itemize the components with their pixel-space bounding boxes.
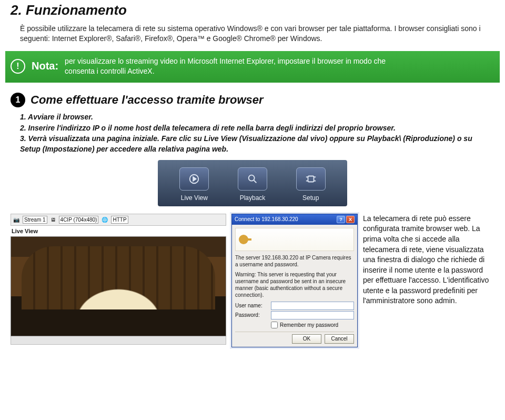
play-icon <box>179 167 209 191</box>
monitor-icon: 🖥 <box>50 216 56 224</box>
resolution-select[interactable]: 4CIP (704x480) <box>59 216 99 224</box>
remember-label: Remember my password <box>280 322 338 329</box>
tab-live-view[interactable]: Live View <box>169 167 219 202</box>
step-number-badge: 1 <box>11 93 25 107</box>
password-label: Password: <box>235 312 271 319</box>
step-1-heading: 1 Come effettuare l'accesso tramite brow… <box>11 92 494 108</box>
list-item: 2. Inserire l'indirizzo IP o il nome hos… <box>20 123 494 133</box>
username-label: User name: <box>235 302 271 309</box>
tab-label: Setup <box>286 194 336 202</box>
tab-playback[interactable]: Playback <box>227 167 278 202</box>
list-item: 1. Avviare il browser. <box>20 112 494 122</box>
dialog-warning-text: Warning: This server is requesting that … <box>235 271 354 298</box>
note-label: Nota: <box>32 59 58 73</box>
key-icon <box>239 235 248 244</box>
dialog-server-text: The server 192.168.30.220 at IP Camera r… <box>235 254 354 268</box>
live-view-controls[interactable] <box>11 336 226 345</box>
cancel-button[interactable]: Cancel <box>325 334 354 344</box>
gear-icon <box>296 167 326 191</box>
network-icon: 🌐 <box>102 216 108 224</box>
list-item: 3. Verrà visualizzata una pagina inizial… <box>20 133 494 155</box>
camera-icon: 📷 <box>13 216 19 224</box>
remember-checkbox[interactable] <box>271 322 278 328</box>
live-view-panel: 📷 Stream 1 🖥 4CIP (704x480) 🌐 HTTP Live … <box>11 214 226 345</box>
tab-label: Live View <box>169 194 219 202</box>
dialog-title-text: Connect to 192.168.30.220 <box>235 216 298 223</box>
search-icon <box>238 167 267 191</box>
username-field[interactable] <box>271 302 354 310</box>
dialog-titlebar: Connect to 192.168.30.220 ? X <box>232 214 357 225</box>
tabs-panel: Live View Playback Setup <box>158 160 347 206</box>
svg-point-2 <box>249 175 255 181</box>
help-button[interactable]: ? <box>337 216 345 223</box>
tab-label: Playback <box>227 194 278 202</box>
auth-dialog: Connect to 192.168.30.220 ? X The server… <box>231 214 358 348</box>
svg-rect-4 <box>308 176 314 182</box>
page-title: 2. Funzionamento <box>11 1 494 19</box>
note-text: per visualizzare lo streaming video in M… <box>65 56 412 76</box>
tab-setup[interactable]: Setup <box>286 167 336 202</box>
note-bar: ! Nota: per visualizzare lo streaming vi… <box>5 51 500 83</box>
ok-button[interactable]: OK <box>292 334 321 344</box>
close-button[interactable]: X <box>346 216 355 223</box>
live-view-toolbar: 📷 Stream 1 🖥 4CIP (704x480) 🌐 HTTP <box>11 214 226 226</box>
svg-marker-1 <box>193 177 196 181</box>
step-title: Come effettuare l'accesso tramite browse… <box>31 92 264 108</box>
live-view-title: Live View <box>12 227 225 235</box>
stream-select[interactable]: Stream 1 <box>23 216 47 224</box>
alert-icon: ! <box>11 59 25 74</box>
intro-paragraph: È possibile utilizzare la telecamera di … <box>20 24 494 44</box>
live-view-video[interactable] <box>11 236 226 336</box>
numbered-list: 1. Avviare il browser. 2. Inserire l'ind… <box>20 112 494 154</box>
video-frame-image <box>11 237 226 336</box>
password-field[interactable] <box>271 311 354 319</box>
dialog-banner <box>235 228 354 251</box>
svg-line-3 <box>254 180 257 183</box>
protocol-select[interactable]: HTTP <box>111 216 128 224</box>
right-description: La telecamera di rete può essere configu… <box>363 214 494 306</box>
